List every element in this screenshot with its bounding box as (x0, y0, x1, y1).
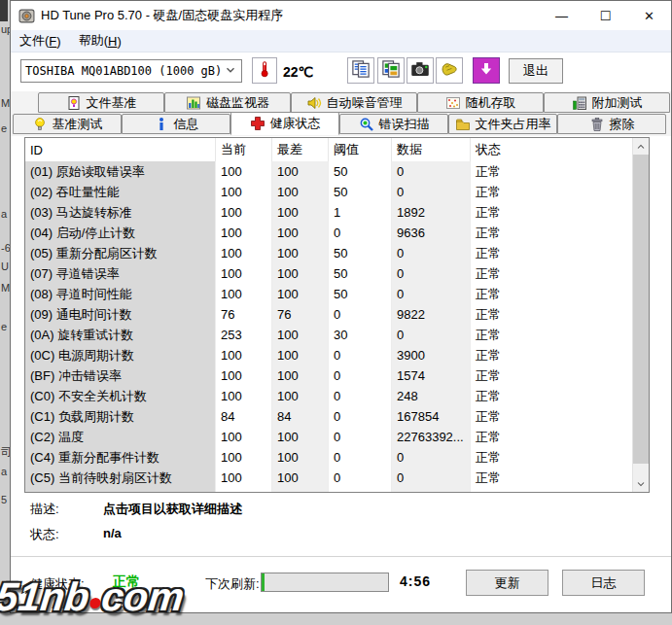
column-header-1[interactable]: 当前 (216, 138, 272, 161)
table-row-partial (25, 488, 632, 492)
table-row[interactable]: (C2) 温度100100022763392...正常 (25, 427, 632, 447)
tab-附加测试[interactable]: 附加测试 (544, 92, 670, 113)
tab-基准测试[interactable]: 基准测试 (13, 114, 122, 134)
description-label: 描述: (30, 501, 103, 518)
download-button[interactable] (473, 57, 500, 84)
tab-label: 基准测试 (53, 116, 103, 133)
cell: 100 (216, 263, 272, 284)
cell: 84 (272, 406, 329, 427)
support-button[interactable] (436, 57, 463, 84)
vertical-scrollbar[interactable] (632, 138, 649, 492)
column-header-5[interactable]: 状态 (471, 138, 632, 161)
column-header-4[interactable]: 数据 (392, 138, 471, 161)
cell: (02) 吞吐量性能 (25, 182, 216, 202)
tab-错误扫描[interactable]: 错误扫描 (339, 114, 448, 134)
cell: 50 (329, 161, 392, 182)
exit-button[interactable]: 退出 (509, 58, 563, 84)
cell: (03) 马达旋转标准 (25, 202, 216, 223)
cell: 100 (272, 263, 329, 284)
background-text-fragment: M (1, 97, 10, 109)
tab-健康状态[interactable]: 健康状态 (230, 112, 339, 135)
column-header-2[interactable]: 最差 (272, 138, 329, 161)
copy-text-button[interactable] (347, 57, 374, 84)
table-row[interactable]: (05) 重新分配扇区计数100100500正常 (25, 243, 632, 263)
background-text-fragment: M (1, 282, 10, 294)
update-button[interactable]: 更新 (466, 570, 548, 596)
tab-随机存取[interactable]: 随机存取 (417, 92, 544, 113)
cell: 正常 (471, 447, 632, 468)
log-button[interactable]: 日志 (562, 570, 645, 596)
tab-label: 擦除 (610, 116, 635, 133)
cell: 9822 (392, 304, 471, 325)
cell: 100 (272, 325, 329, 345)
cell: 100 (272, 202, 329, 223)
cell: (04) 启动/停止计数 (25, 223, 216, 243)
table-row[interactable]: (0C) 电源周期计数10010003900正常 (25, 345, 632, 365)
tab-信息[interactable]: 信息 (122, 114, 230, 134)
cell: (0C) 电源周期计数 (25, 345, 216, 365)
scroll-up-icon[interactable] (633, 138, 649, 155)
table-row[interactable]: (C1) 负载周期计数84840167854正常 (25, 406, 632, 427)
cell: 50 (329, 263, 392, 284)
copy-image-icon (381, 59, 401, 82)
scrollbar-thumb[interactable] (633, 155, 649, 464)
cell: 76 (216, 304, 272, 325)
table-row[interactable]: (C5) 当前待映射扇区计数10010000正常 (25, 468, 632, 488)
window-title: HD Tune Pro 5.70 - 硬盘/固态硬盘实用程序 (41, 7, 283, 24)
cell: 0 (392, 243, 471, 263)
menu-help[interactable]: 帮助(H) (70, 30, 130, 52)
refresh-countdown: 4:56 (400, 573, 431, 589)
disk-monitor-icon (186, 95, 201, 111)
watermark: 51nbcom (0, 574, 186, 620)
screenshot-button[interactable] (407, 57, 434, 84)
temperature-button[interactable] (252, 57, 277, 84)
cell: 正常 (471, 182, 632, 202)
cell: 0 (329, 447, 392, 468)
camera-icon (410, 59, 430, 82)
cell: 正常 (471, 325, 632, 345)
tab-自动噪音管理[interactable]: 自动噪音管理 (291, 92, 417, 113)
cell: (08) 寻道时间性能 (25, 284, 216, 304)
scroll-down-icon[interactable] (633, 475, 649, 492)
drive-select[interactable]: TOSHIBA MQ01ABD100 (1000 gB) (20, 59, 242, 83)
window-controls: — ☐ ✕ (540, 1, 671, 30)
table-row[interactable]: (BF) 冲击错误率10010001574正常 (25, 365, 632, 386)
maximize-button[interactable]: ☐ (584, 1, 627, 30)
table-row[interactable]: (07) 寻道错误率100100500正常 (25, 263, 632, 284)
menu-file[interactable]: 文件(F) (11, 30, 70, 52)
cell: 100 (272, 161, 329, 182)
minimize-button[interactable]: — (540, 1, 584, 30)
table-row[interactable]: (01) 原始读取错误率100100500正常 (25, 161, 632, 182)
cell: 100 (216, 223, 272, 243)
cell: 100 (216, 427, 272, 447)
cell: 100 (216, 284, 272, 304)
cell: (C2) 温度 (25, 427, 216, 447)
copy-image-button[interactable] (377, 57, 405, 84)
cell: 0 (329, 468, 392, 488)
cell: 正常 (471, 406, 632, 427)
cell: 1 (329, 202, 392, 223)
tab-文件基准[interactable]: 文件基准 (38, 92, 164, 113)
table-row[interactable]: (C4) 重新分配事件计数10010000正常 (25, 447, 632, 468)
cell: 100 (272, 345, 329, 365)
table-row[interactable]: (03) 马达旋转标准10010011892正常 (25, 202, 632, 223)
column-header-3[interactable]: 阈值 (329, 138, 392, 161)
tab-磁盘监视器[interactable]: 磁盘监视器 (164, 92, 291, 113)
close-button[interactable]: ✕ (627, 1, 671, 30)
table-row[interactable]: (0A) 旋转重试计数253100300正常 (25, 325, 632, 345)
table-row[interactable]: (08) 寻道时间性能100100500正常 (25, 284, 632, 304)
cell: 100 (216, 468, 272, 488)
cell: 正常 (471, 386, 632, 406)
cell: 3900 (392, 345, 471, 365)
column-header-0[interactable]: ID (25, 138, 216, 161)
tab-文件夹占用率[interactable]: 文件夹占用率 (448, 114, 557, 134)
cell: 0 (329, 304, 392, 325)
table-row[interactable]: (04) 启动/停止计数10010009636正常 (25, 223, 632, 243)
cell: 正常 (471, 202, 632, 223)
table-row[interactable]: (C0) 不安全关机计数1001000248正常 (25, 386, 632, 406)
table-row[interactable]: (02) 吞吐量性能100100500正常 (25, 182, 632, 202)
cell: 0 (392, 325, 471, 345)
cell: 正常 (471, 427, 632, 447)
table-row[interactable]: (09) 通电时间计数767609822正常 (25, 304, 632, 325)
tab-擦除[interactable]: 擦除 (557, 114, 666, 134)
